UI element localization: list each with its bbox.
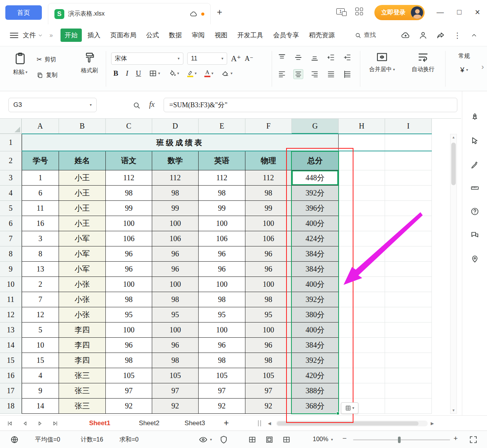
close-button[interactable]: × bbox=[472, 7, 483, 17]
cell-I9[interactable] bbox=[385, 262, 432, 277]
cell-B12[interactable]: 小张 bbox=[59, 307, 106, 322]
cell-A5[interactable]: 11 bbox=[22, 201, 59, 216]
cell-A10[interactable]: 2 bbox=[22, 277, 59, 292]
cell-C13[interactable]: 100 bbox=[106, 322, 152, 338]
location-pin-icon[interactable] bbox=[470, 254, 479, 263]
cell-H5[interactable] bbox=[339, 201, 385, 216]
cell-C15[interactable]: 98 bbox=[106, 353, 152, 368]
sheet-tab-sheet2[interactable]: Sheet2 bbox=[126, 416, 172, 431]
ribbon-overflow-button[interactable]: › bbox=[481, 62, 484, 71]
window-switch-icon[interactable]: 1 bbox=[336, 8, 345, 14]
cell-I8[interactable] bbox=[385, 246, 432, 262]
row-header-18[interactable]: 18 bbox=[0, 399, 22, 414]
user-icon[interactable] bbox=[419, 31, 428, 40]
cell-F12[interactable]: 95 bbox=[245, 307, 292, 322]
cell-H15[interactable] bbox=[339, 353, 385, 368]
row-header-16[interactable]: 16 bbox=[0, 368, 22, 383]
cell-A13[interactable]: 5 bbox=[22, 322, 59, 338]
add-sheet-button[interactable]: + bbox=[224, 418, 229, 428]
row-header-11[interactable]: 11 bbox=[0, 292, 22, 307]
cell-G6[interactable]: 400分 bbox=[292, 216, 339, 231]
cell-B16[interactable]: 张三 bbox=[59, 368, 106, 383]
header-cell-学号[interactable]: 学号 bbox=[22, 151, 59, 170]
row-header-15[interactable]: 15 bbox=[0, 353, 22, 368]
borders-button[interactable]: ▾ bbox=[149, 69, 160, 78]
apps-grid-icon[interactable] bbox=[355, 8, 363, 15]
cell-A18[interactable]: 14 bbox=[22, 399, 59, 414]
color-picker-pen-icon[interactable] bbox=[470, 160, 479, 169]
cell-I10[interactable] bbox=[385, 277, 432, 292]
cell-B11[interactable]: 小张 bbox=[59, 292, 106, 307]
cell-A8[interactable]: 8 bbox=[22, 246, 59, 262]
paste-button[interactable]: 粘贴▾ bbox=[7, 52, 33, 76]
underline-button[interactable]: U bbox=[136, 69, 141, 78]
column-header-I[interactable]: I bbox=[385, 119, 432, 134]
menu-tab-页面布局[interactable]: 页面布局 bbox=[106, 29, 140, 42]
fill-options-button[interactable]: ▾ bbox=[341, 402, 358, 414]
cell-E14[interactable]: 96 bbox=[199, 338, 245, 353]
align-left-icon[interactable] bbox=[277, 69, 287, 79]
zoom-in-button[interactable]: + bbox=[454, 434, 458, 443]
cell-B10[interactable]: 小张 bbox=[59, 277, 106, 292]
cell-D4[interactable]: 98 bbox=[152, 186, 199, 201]
increase-indent-icon[interactable] bbox=[342, 52, 352, 62]
first-sheet-icon[interactable] bbox=[7, 421, 13, 426]
menu-tab-开发工具[interactable]: 开发工具 bbox=[233, 29, 267, 42]
cell-H7[interactable] bbox=[339, 231, 385, 246]
cell-D5[interactable]: 99 bbox=[152, 201, 199, 216]
currency-format-button[interactable]: ¥ ▾ bbox=[448, 66, 480, 74]
fill-color-button[interactable]: ▾ bbox=[168, 69, 179, 78]
column-header-D[interactable]: D bbox=[152, 119, 199, 134]
vertical-scroll-thumb[interactable] bbox=[451, 143, 456, 185]
cell-E6[interactable]: 100 bbox=[199, 216, 245, 231]
cell-I2[interactable] bbox=[385, 151, 432, 170]
row-header-10[interactable]: 10 bbox=[0, 277, 22, 292]
insert-function-button[interactable]: fx bbox=[149, 100, 154, 109]
cell-B8[interactable]: 小军 bbox=[59, 246, 106, 262]
cell-B9[interactable]: 小军 bbox=[59, 262, 106, 277]
ruler-icon[interactable] bbox=[470, 183, 479, 192]
align-middle-icon[interactable] bbox=[293, 52, 303, 62]
formula-input[interactable]: =SUM(B3:F3)&"分" bbox=[164, 98, 457, 112]
fullscreen-icon[interactable] bbox=[469, 435, 478, 444]
cell-F15[interactable]: 98 bbox=[245, 353, 292, 368]
cell-E15[interactable]: 98 bbox=[199, 353, 245, 368]
row-header-2[interactable]: 2 bbox=[0, 151, 22, 170]
collapse-ribbon-icon[interactable] bbox=[471, 32, 477, 38]
cell-H13[interactable] bbox=[339, 322, 385, 338]
format-painter-button[interactable]: 格式刷 bbox=[75, 52, 103, 74]
cell-H8[interactable] bbox=[339, 246, 385, 262]
cell-D10[interactable]: 100 bbox=[152, 277, 199, 292]
row-header-6[interactable]: 6 bbox=[0, 216, 22, 231]
menu-tab-会员专享[interactable]: 会员专享 bbox=[269, 29, 303, 42]
search-button[interactable]: 查找 bbox=[355, 31, 376, 39]
cell-D15[interactable]: 98 bbox=[152, 353, 199, 368]
column-header-G[interactable]: G bbox=[292, 119, 339, 134]
maximize-button[interactable]: □ bbox=[454, 7, 465, 17]
cell-B17[interactable]: 张三 bbox=[59, 383, 106, 399]
menu-tab-数据[interactable]: 数据 bbox=[165, 29, 186, 42]
merge-center-button[interactable]: 合并居中▾ bbox=[362, 51, 402, 73]
cell-I17[interactable] bbox=[385, 383, 432, 399]
cell-G14[interactable]: 384分 bbox=[292, 338, 339, 353]
number-format-select[interactable]: 常规 bbox=[448, 52, 480, 60]
cell-G13[interactable]: 400分 bbox=[292, 322, 339, 338]
cell-D18[interactable]: 92 bbox=[152, 399, 199, 414]
row-header-17[interactable]: 17 bbox=[0, 383, 22, 399]
cell-H2[interactable] bbox=[339, 151, 385, 170]
cell-H9[interactable] bbox=[339, 262, 385, 277]
column-header-B[interactable]: B bbox=[59, 119, 106, 134]
home-button[interactable]: 首页 bbox=[5, 5, 42, 20]
cell-A7[interactable]: 3 bbox=[22, 231, 59, 246]
cell-E12[interactable]: 95 bbox=[199, 307, 245, 322]
cell-E10[interactable]: 100 bbox=[199, 277, 245, 292]
pointer-mode-icon[interactable] bbox=[470, 136, 479, 145]
next-sheet-icon[interactable] bbox=[37, 421, 43, 426]
cell-D13[interactable]: 100 bbox=[152, 322, 199, 338]
column-header-A[interactable]: A bbox=[22, 119, 59, 134]
row-header-3[interactable]: 3 bbox=[0, 170, 22, 186]
cell-B5[interactable]: 小王 bbox=[59, 201, 106, 216]
cell-G16[interactable]: 420分 bbox=[292, 368, 339, 383]
cell-C14[interactable]: 96 bbox=[106, 338, 152, 353]
cell-I6[interactable] bbox=[385, 216, 432, 231]
